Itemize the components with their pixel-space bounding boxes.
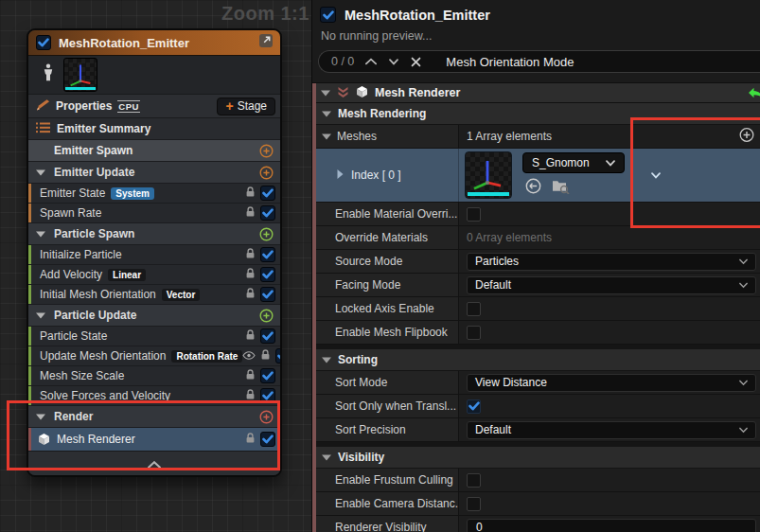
stack-group-render[interactable]: Render [28,405,280,427]
value-input[interactable]: 0 [467,519,756,532]
emitter-node-titlebar[interactable]: MeshRotation_Emitter [28,30,280,56]
module-enabled-checkbox[interactable] [275,348,282,364]
category-details-row-sorting[interactable]: Sorting [312,349,760,371]
stack-module-emitter-state[interactable]: Emitter StateSystem [28,183,280,203]
module-enabled-checkbox[interactable] [260,368,275,383]
details-row-sort-only-when-transl[interactable]: Sort Only when Transl... [312,395,760,418]
details-row-enable-mesh-flipbook[interactable]: Enable Mesh Flipbook [312,321,760,345]
search-prev-icon[interactable] [365,58,377,65]
details-row-override-materials[interactable]: Override Materials0 Array elements [312,226,760,250]
reset-to-default-icon[interactable] [747,87,760,102]
stack-module-mesh-size-scale[interactable]: Mesh Size Scale [28,365,280,385]
renderer-enabled-checkbox[interactable] [260,432,275,447]
details-row-facing-mode[interactable]: Facing ModeDefault [312,274,760,297]
emitter-enabled-checkbox-details[interactable] [320,7,336,23]
stack-group-emitter-spawn[interactable]: Emitter Spawn [28,139,280,161]
stack-module-initialize-particle[interactable]: Initialize Particle [28,244,280,264]
property-name: Enable Frustum Culling [312,469,459,491]
mesh-asset-thumbnail[interactable] [465,151,512,199]
details-row-locked-axis-enable[interactable]: Locked Axis Enable [312,297,760,321]
module-enabled-checkbox[interactable] [260,205,275,221]
chevron-right-icon[interactable] [337,168,344,182]
add-module-icon[interactable] [259,309,274,323]
value-checkbox[interactable] [467,302,481,316]
stack-module-add-velocity[interactable]: Add VelocityLinear [28,264,280,284]
chevron-down-icon[interactable] [36,169,50,176]
mesh-asset-dropdown[interactable]: S_Gnomon [522,152,625,173]
stack-module-update-mesh-orientation[interactable]: Update Mesh OrientationRotation Rate [28,346,280,365]
module-enabled-checkbox[interactable] [260,267,275,282]
open-emitter-icon[interactable] [258,33,274,52]
value-dropdown[interactable]: Default [467,421,756,439]
search-next-icon[interactable] [388,59,399,65]
value-dropdown[interactable]: Particles [467,253,756,271]
stack-module-initial-mesh-orientation[interactable]: Initial Mesh OrientationVector [28,284,280,304]
chevron-down-icon[interactable] [322,130,331,143]
add-module-icon[interactable] [259,166,274,180]
add-array-element-icon[interactable] [739,128,754,146]
details-row-enable-material-overri[interactable]: Enable Material Overri... [312,203,760,226]
emitter-node-title: MeshRotation_Emitter [59,36,251,50]
chevron-down-icon[interactable] [36,312,50,319]
details-row-source-mode[interactable]: Source ModeParticles [312,250,760,274]
details-row-enable-camera-distanc[interactable]: Enable Camera Distanc... [312,492,760,516]
add-module-icon[interactable] [259,410,274,424]
chevron-down-icon[interactable] [321,86,330,99]
use-selected-asset-icon[interactable] [525,178,541,198]
value-dropdown[interactable]: Default [467,276,756,294]
details-row-sort-precision[interactable]: Sort PrecisionDefault [312,418,760,442]
collapse-node-button[interactable] [28,451,280,475]
value-checkbox[interactable] [467,497,481,511]
stack-module-spawn-rate[interactable]: Spawn Rate [28,203,280,222]
details-row-enable-frustum-culling[interactable]: Enable Frustum Culling [312,469,760,492]
stack-group-emitter-update[interactable]: Emitter Update [28,161,280,183]
chevron-down-icon[interactable] [322,353,331,366]
mesh-array-element-row[interactable]: Index [ 0 ]S_Gnomon [312,149,760,203]
category-details-row-visibility[interactable]: Visibility [312,447,760,469]
element-options-icon[interactable] [650,172,662,179]
value-checkbox[interactable] [467,207,481,222]
mesh-renderer-header[interactable]: Mesh Renderer [312,82,760,103]
emitter-summary-row[interactable]: Emitter Summary [28,117,280,139]
details-pane[interactable]: MeshRotation_Emitter No running preview.… [312,0,760,532]
details-row-sort-mode[interactable]: Sort ModeView Distance [312,371,760,395]
browse-to-asset-icon[interactable] [552,179,570,198]
value-dropdown[interactable]: View Distance [467,374,756,392]
eye-icon[interactable] [242,349,256,363]
add-module-icon[interactable] [259,227,274,241]
value-checkbox[interactable] [467,399,481,414]
emitter-node[interactable]: MeshRotation_Emitter Properties CPU + St… [27,28,282,477]
stack-module-solve-forces-and-velocity[interactable]: Solve Forces and Velocity [28,385,280,405]
emitter-thumbnail[interactable] [63,58,97,92]
value-checkbox[interactable] [467,473,481,488]
details-search-bar[interactable]: 0 / 0 Mesh Orientation Mode [318,50,760,73]
stack-group-particle-update[interactable]: Particle Update [28,304,280,326]
chevron-down-icon[interactable] [322,107,331,120]
details-row-meshes[interactable]: Meshes1 Array elements [312,125,760,149]
stack-group-particle-spawn[interactable]: Particle Spawn [28,222,280,244]
emitter-properties-row[interactable]: Properties CPU + Stage [28,94,280,117]
module-enabled-checkbox[interactable] [260,328,275,344]
lock-icon [260,349,271,364]
category-details-row-mesh-rendering[interactable]: Mesh Rendering [312,103,760,125]
property-value [459,321,760,344]
emitter-enabled-checkbox[interactable] [36,35,51,50]
module-enabled-checkbox[interactable] [260,247,275,262]
dropdown-value: Default [475,278,511,292]
search-clear-icon[interactable] [411,57,421,67]
details-row-renderer-visibility[interactable]: Renderer Visibility0 [312,516,760,532]
dropdown-value: Particles [475,255,519,268]
niagara-graph-pane[interactable]: Zoom 1:1 EMITTER MeshRotation_Emitter Pr… [0,0,312,532]
chevron-down-icon[interactable] [322,451,331,464]
chevron-down-icon[interactable] [36,414,50,420]
stack-renderer-mesh-renderer[interactable]: Mesh Renderer [28,427,280,451]
module-enabled-checkbox[interactable] [260,388,275,403]
add-module-icon[interactable] [259,144,274,158]
search-query-text[interactable]: Mesh Orientation Mode [446,55,574,69]
stack-module-particle-state[interactable]: Particle State [28,326,280,346]
module-enabled-checkbox[interactable] [260,287,275,302]
chevron-down-icon[interactable] [36,231,50,238]
module-enabled-checkbox[interactable] [260,186,275,201]
add-stage-button[interactable]: + Stage [217,98,275,115]
value-checkbox[interactable] [467,326,481,340]
